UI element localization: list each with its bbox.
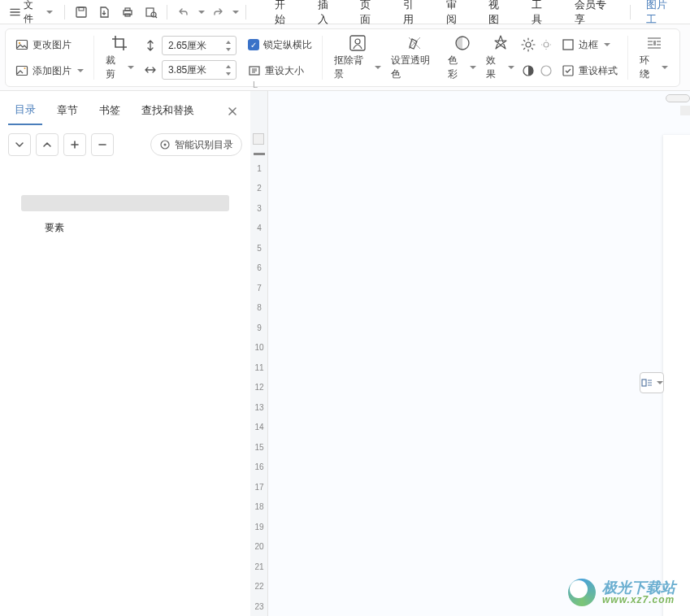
sidebar-tab-bookmark[interactable]: 书签: [93, 98, 127, 124]
vertical-ruler: L 12345678910111213141516171819202122232…: [250, 91, 268, 616]
separator: [245, 5, 246, 20]
tab-reference[interactable]: 引用: [393, 0, 434, 32]
sidebar-tab-chapter[interactable]: 章节: [50, 98, 85, 124]
preview-icon: [145, 6, 158, 19]
undo-button[interactable]: [172, 2, 195, 23]
menu-left: 文件: [3, 0, 250, 29]
undo-group: [172, 2, 241, 23]
brightness-down-button[interactable]: [537, 34, 555, 55]
add-button[interactable]: [63, 133, 86, 156]
tab-start[interactable]: 开始: [264, 0, 306, 32]
size-group: 2.65厘米 3.85厘米: [144, 36, 237, 80]
tab-insert[interactable]: 插入: [307, 0, 349, 32]
height-value: 2.65厘米: [165, 39, 223, 53]
layout-options-button[interactable]: [640, 372, 664, 393]
tab-view[interactable]: 视图: [478, 0, 519, 32]
width-spinner[interactable]: 3.85厘米: [162, 60, 237, 80]
main-area: 目录 章节 书签 查找和替换 智能识别目录: [0, 91, 690, 616]
border-button[interactable]: 边框: [558, 34, 621, 55]
tab-review[interactable]: 审阅: [436, 0, 477, 32]
width-up[interactable]: [223, 63, 233, 70]
export-icon: [98, 6, 111, 19]
remove-button[interactable]: [91, 133, 114, 156]
svg-point-10: [24, 67, 26, 69]
reset-style-label: 重设样式: [579, 64, 618, 78]
ruler-tick: 19: [250, 517, 268, 537]
ruler-tick: 22: [250, 577, 268, 597]
spinner-buttons: [223, 38, 233, 53]
contrast-icon: [521, 63, 536, 78]
reset-size-label: 重设大小: [265, 64, 304, 78]
svg-rect-22: [653, 41, 656, 46]
caret-down-icon: [662, 66, 668, 69]
redo-dropdown[interactable]: [229, 2, 241, 23]
spinner-buttons: [223, 63, 233, 77]
tab-page[interactable]: 页面: [349, 0, 391, 32]
crop-button[interactable]: 裁剪: [101, 31, 139, 85]
watermark: 极光下载站 www.xz7.com: [568, 579, 675, 606]
ruler-origin[interactable]: [253, 133, 264, 145]
lock-ratio-checkbox[interactable]: ✓ 锁定纵横比: [245, 34, 315, 55]
caret-down-icon: [375, 66, 381, 69]
chevron-up-icon: [42, 140, 52, 150]
ruler-corner-mark: L: [253, 80, 258, 89]
contrast-down-button[interactable]: [537, 60, 555, 81]
ruler-tick: 11: [250, 358, 268, 378]
caret-down-icon: [77, 69, 84, 72]
svg-point-18: [544, 42, 549, 47]
tab-tools[interactable]: 工具: [521, 0, 562, 32]
ribbon-panel-main: 更改图片 添加图片 裁剪 2.65厘米: [5, 28, 680, 87]
height-up[interactable]: [223, 38, 233, 46]
print-button[interactable]: [117, 2, 139, 23]
adjust-group: [519, 34, 537, 81]
export-button[interactable]: [93, 2, 115, 23]
contrast-button[interactable]: [519, 60, 537, 81]
separator: [630, 5, 631, 20]
reset-style-button[interactable]: 重设样式: [558, 60, 621, 81]
add-image-button[interactable]: 添加图片: [12, 60, 87, 81]
wrap-button[interactable]: 环绕: [635, 31, 673, 85]
collapse-up-button[interactable]: [36, 133, 59, 156]
redo-icon: [211, 6, 224, 19]
document-area[interactable]: [268, 91, 690, 616]
save-button[interactable]: [70, 2, 92, 23]
svg-rect-21: [563, 66, 573, 76]
ruler-tick: 6: [250, 258, 268, 279]
preview-button[interactable]: [140, 2, 162, 23]
menubar: 文件 开始 插入 页面: [0, 0, 690, 24]
change-image-button[interactable]: 更改图片: [12, 34, 87, 55]
undo-dropdown[interactable]: [195, 2, 206, 23]
tab-member[interactable]: 会员专享: [564, 0, 625, 32]
brightness-button[interactable]: [519, 34, 537, 55]
height-spinner[interactable]: 2.65厘米: [162, 36, 237, 55]
print-icon: [121, 6, 134, 19]
sidebar-close[interactable]: [223, 102, 242, 121]
remove-bg-button[interactable]: 抠除背景: [329, 31, 386, 85]
svg-point-19: [541, 66, 551, 76]
width-down[interactable]: [223, 70, 233, 77]
reset-size-button[interactable]: 重设大小: [245, 60, 315, 81]
redo-button[interactable]: [206, 2, 229, 23]
ruler-tick: 1: [250, 158, 268, 179]
toc-item[interactable]: 要素: [0, 221, 242, 235]
border-reset-group: 边框 重设样式: [558, 34, 621, 81]
lock-reset-group: ✓ 锁定纵横比 重设大小: [245, 34, 315, 81]
page-canvas[interactable]: [663, 135, 690, 616]
add-image-label: 添加图片: [33, 64, 72, 78]
sidebar-tab-toc[interactable]: 目录: [8, 98, 42, 125]
effect-button[interactable]: 效果: [481, 31, 519, 85]
smart-toc-button[interactable]: 智能识别目录: [150, 133, 242, 156]
file-menu[interactable]: 文件: [3, 0, 59, 29]
set-transparent-button[interactable]: 设置透明色: [386, 31, 443, 85]
caret-down-icon: [232, 11, 239, 14]
color-button[interactable]: 色彩: [443, 31, 481, 85]
sidebar-content: 要素: [0, 164, 250, 616]
collapse-down-button[interactable]: [8, 133, 31, 156]
sidebar-tab-findreplace[interactable]: 查找和替换: [135, 98, 201, 124]
remove-bg-label: 抠除背景: [334, 54, 371, 81]
scroll-indicator[interactable]: [666, 94, 690, 102]
svg-rect-9: [17, 67, 28, 76]
ruler-tick: 21: [250, 557, 268, 577]
height-down[interactable]: [223, 46, 233, 53]
tab-picture-tools[interactable]: 图片工: [636, 0, 687, 32]
